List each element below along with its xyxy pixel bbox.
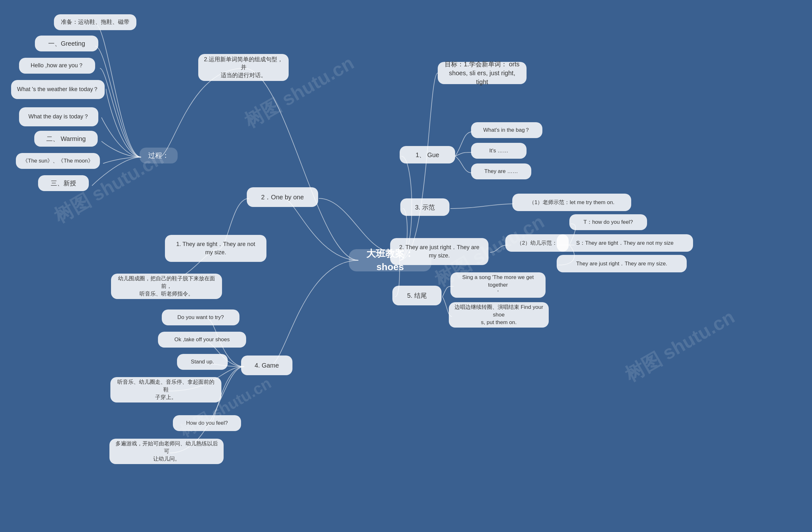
s-tight-label: S：They are tight．They are not my size	[576, 239, 673, 247]
hello-node: Hello ,how are you？	[19, 58, 95, 74]
game-label: 4. Game	[255, 361, 279, 370]
shiifan-label: 3. 示范	[415, 203, 435, 212]
just-right2-label: They are just right．They are my size.	[576, 260, 667, 268]
whats-bag-node: What's in the bag？	[471, 122, 542, 138]
multi-game-label: 多遍游戏，开始可由老师问、幼儿熟练以后可 让幼儿问。	[114, 440, 219, 462]
gue-node: 1、 Gue	[400, 146, 455, 164]
greeting-node: 一、Greeting	[35, 36, 98, 52]
child-demo-label: （2）幼儿示范：	[517, 239, 557, 247]
stand-up-label: Stand up.	[191, 358, 214, 366]
take-off-node: Ok ,take off your shoes	[158, 332, 246, 348]
sun-moon-node: 《The sun》、《The moon》	[16, 153, 100, 169]
how-feel-label: T：how do you feel?	[584, 219, 633, 226]
kindergarten-circle-label: 幼儿围成圈，把自己的鞋子脱下来放在面前， 听音乐、听老师指令。	[115, 275, 218, 297]
its-node: It's ……	[471, 143, 526, 159]
game-node: 4. Game	[241, 355, 292, 375]
how-feel-node: T：how do you feel?	[569, 214, 647, 230]
how-do-feel-label: How do you feel?	[186, 419, 228, 427]
warming-node: 二、 Warming	[34, 131, 98, 146]
they-tight-node: 1. They are tight．They are not my size.	[165, 235, 266, 262]
jiewei-node: 5. 结尾	[392, 286, 441, 305]
listen-music-node: 听音乐、幼儿圈走、音乐停、拿起面前的鞋 子穿上。	[111, 377, 221, 403]
teacher-demo-node: （1）老师示范：let me try them on.	[512, 194, 631, 211]
sing-circle-label: 边唱边继续转圈、演唱结束 Find your shoe s, put them …	[453, 304, 544, 326]
they-are-dots-label: They are ……	[484, 168, 518, 175]
just-right2-node: They are just right．They are my size.	[557, 255, 687, 272]
just-right-label: 2. They are just right．They are my size.	[399, 243, 480, 259]
take-off-label: Ok ,take off your shoes	[174, 336, 230, 344]
stand-up-node: Stand up.	[177, 354, 228, 370]
they-tight-label: 1. They are tight．They are not my size.	[176, 240, 255, 256]
they-are-dots-node: They are ……	[471, 164, 531, 179]
how-do-feel-node: How do you feel?	[173, 415, 241, 431]
weather-node: What 's the weather like today？	[11, 80, 105, 99]
sing-song-node: Sing a song 'The more we get together '	[450, 272, 546, 298]
kindergarten-circle-node: 幼儿围成圈，把自己的鞋子脱下来放在面前， 听音乐、听老师指令。	[111, 274, 222, 299]
its-label: It's ……	[490, 147, 508, 155]
warming-label: 二、 Warming	[46, 134, 86, 143]
listen-music-label: 听音乐、幼儿圈走、音乐停、拿起面前的鞋 子穿上。	[115, 378, 217, 401]
mind-map: 大班教案：shoes 目标：1.学会新单词： orts shoes, sli e…	[0, 0, 812, 532]
do-you-try-label: Do you want to try?	[177, 313, 223, 321]
greeting-label: 一、Greeting	[48, 39, 85, 48]
whats-bag-label: What's in the bag？	[483, 126, 530, 134]
day-node: What the day is today？	[19, 107, 98, 126]
new-learn-label: 三、新授	[51, 179, 76, 187]
sing-circle-node: 边唱边继续转圈、演唱结束 Find your shoe s, put them …	[449, 302, 549, 327]
weather-label: What 's the weather like today？	[17, 85, 99, 93]
s-tight-node: S：They are tight．They are not my size	[557, 234, 693, 252]
step2-label: 2.运用新单词简单的组成句型，并 适当的进行对话。	[203, 56, 284, 80]
onebyone-label: 2．One by one	[261, 193, 304, 201]
sun-moon-label: 《The sun》、《The moon》	[23, 157, 93, 165]
gue-label: 1、 Gue	[416, 151, 439, 159]
do-you-try-node: Do you want to try?	[162, 309, 240, 325]
step2-node: 2.运用新单词简单的组成句型，并 适当的进行对话。	[198, 54, 289, 81]
new-learn-node: 三、新授	[38, 175, 89, 191]
onebyone-node: 2．One by one	[247, 187, 318, 207]
target-node: 目标：1.学会新单词： orts shoes, sli ers, just ri…	[438, 62, 526, 84]
day-label: What the day is today？	[28, 113, 89, 121]
teacher-demo-label: （1）老师示范：let me try them on.	[529, 199, 614, 206]
watermark-4: 树图 shutu.cn	[620, 304, 739, 388]
prepare-label: 准备：运动鞋、拖鞋、磁带	[61, 18, 129, 26]
target-label: 目标：1.学会新单词： orts shoes, sli ers, just ri…	[442, 60, 522, 86]
shiifan-node: 3. 示范	[400, 198, 449, 216]
multi-game-node: 多遍游戏，开始可由老师问、幼儿熟练以后可 让幼儿问。	[110, 439, 223, 464]
just-right-node: 2. They are just right．They are my size.	[390, 238, 489, 265]
process-label: 过程：	[148, 151, 169, 160]
sing-song-label: Sing a song 'The more we get together '	[455, 274, 541, 296]
jiewei-label: 5. 结尾	[407, 291, 426, 300]
process-node: 过程：	[140, 148, 178, 164]
hello-label: Hello ,how are you？	[30, 61, 84, 70]
prepare-node: 准备：运动鞋、拖鞋、磁带	[54, 14, 136, 30]
